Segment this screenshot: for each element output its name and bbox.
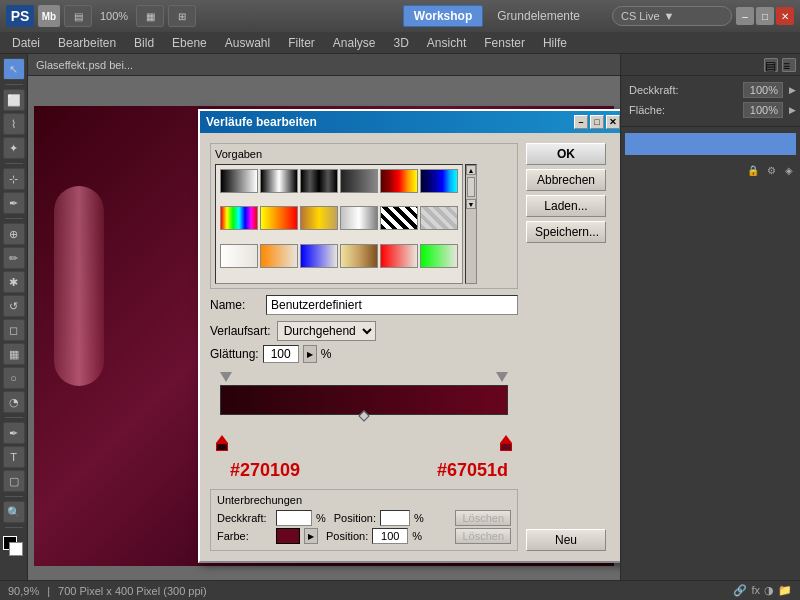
zoom-tool[interactable]: 🔍 bbox=[3, 501, 25, 523]
layer-bar[interactable] bbox=[625, 133, 796, 155]
clone-stamp-tool[interactable]: ✱ bbox=[3, 271, 25, 293]
dialog-minimize-btn[interactable]: – bbox=[574, 115, 588, 129]
deckkraft-loeschen-btn[interactable]: Löschen bbox=[455, 510, 511, 526]
text-tool[interactable]: T bbox=[3, 446, 25, 468]
gradient-bar[interactable] bbox=[220, 385, 508, 415]
preset-blue-trans[interactable] bbox=[300, 244, 338, 268]
statusbar-mask-icon[interactable]: ◑ bbox=[764, 584, 774, 597]
scroll-thumb[interactable] bbox=[467, 177, 475, 197]
cs-live-btn[interactable]: CS Live ▼ bbox=[612, 6, 732, 26]
preset-rainbow[interactable] bbox=[220, 206, 258, 230]
brush-tool[interactable]: ✏ bbox=[3, 247, 25, 269]
window-minimize-btn[interactable]: – bbox=[736, 7, 754, 25]
preset-white-trans[interactable] bbox=[220, 244, 258, 268]
menu-fenster[interactable]: Fenster bbox=[476, 34, 533, 52]
farbe-arrow-btn[interactable]: ▶ bbox=[304, 528, 318, 544]
window-close-btn[interactable]: ✕ bbox=[776, 7, 794, 25]
window-maximize-btn[interactable]: □ bbox=[756, 7, 774, 25]
menu-3d[interactable]: 3D bbox=[386, 34, 417, 52]
menu-filter[interactable]: Filter bbox=[280, 34, 323, 52]
menu-auswahl[interactable]: Auswahl bbox=[217, 34, 278, 52]
healing-brush-tool[interactable]: ⊕ bbox=[3, 223, 25, 245]
preset-dark-stripes[interactable] bbox=[300, 169, 338, 193]
gradient-midpoint[interactable] bbox=[358, 410, 369, 421]
gradient-tool[interactable]: ▦ bbox=[3, 343, 25, 365]
statusbar-fx-icon[interactable]: fx bbox=[751, 584, 760, 597]
menu-analyse[interactable]: Analyse bbox=[325, 34, 384, 52]
ps-mb-button[interactable]: Mb bbox=[38, 5, 60, 27]
shape-tool[interactable]: ▢ bbox=[3, 470, 25, 492]
blur-tool[interactable]: ○ bbox=[3, 367, 25, 389]
menu-ebene[interactable]: Ebene bbox=[164, 34, 215, 52]
pen-tool[interactable]: ✒ bbox=[3, 422, 25, 444]
preset-red-trans[interactable] bbox=[380, 244, 418, 268]
opacity-stop-right[interactable] bbox=[496, 372, 508, 382]
color-swatch-area[interactable] bbox=[3, 536, 25, 562]
workspace-grundelemente-btn[interactable]: Grundelemente bbox=[487, 6, 590, 26]
crop-tool[interactable]: ⊹ bbox=[3, 168, 25, 190]
lasso-tool[interactable]: ⌇ bbox=[3, 113, 25, 135]
verlaufsart-select[interactable]: Durchgehend Rauschen bbox=[277, 321, 376, 341]
preset-blue[interactable] bbox=[420, 169, 458, 193]
magic-wand-tool[interactable]: ✦ bbox=[3, 137, 25, 159]
panel-icon-1[interactable]: ▤ bbox=[764, 58, 778, 72]
menu-ansicht[interactable]: Ansicht bbox=[419, 34, 474, 52]
adjust-icon[interactable]: ◈ bbox=[782, 163, 796, 177]
deckkraft-input[interactable] bbox=[276, 510, 312, 526]
opacity-value[interactable]: 100% bbox=[743, 82, 783, 98]
file-icon-btn[interactable]: ▤ bbox=[64, 5, 92, 27]
eraser-tool[interactable]: ◻ bbox=[3, 319, 25, 341]
glattung-stepper[interactable]: ▶ bbox=[303, 345, 317, 363]
color-stop-left[interactable] bbox=[216, 435, 228, 451]
view-options-btn[interactable]: ▦ bbox=[136, 5, 164, 27]
preset-green-trans[interactable] bbox=[420, 244, 458, 268]
menu-datei[interactable]: Datei bbox=[4, 34, 48, 52]
fill-value[interactable]: 100% bbox=[743, 102, 783, 118]
panel-icon-2[interactable]: ≡ bbox=[782, 58, 796, 72]
preset-bw-reflect[interactable] bbox=[260, 169, 298, 193]
history-brush-tool[interactable]: ↺ bbox=[3, 295, 25, 317]
scroll-up-arrow[interactable]: ▲ bbox=[466, 165, 476, 175]
menu-bild[interactable]: Bild bbox=[126, 34, 162, 52]
color-stop-right[interactable] bbox=[500, 435, 512, 451]
deckkraft-position-input[interactable] bbox=[380, 510, 410, 526]
background-color[interactable] bbox=[9, 542, 23, 556]
abbrechen-button[interactable]: Abbrechen bbox=[526, 169, 606, 191]
preset-fire[interactable] bbox=[380, 169, 418, 193]
preset-orange-trans[interactable] bbox=[260, 244, 298, 268]
preset-copper[interactable] bbox=[300, 206, 338, 230]
menu-hilfe[interactable]: Hilfe bbox=[535, 34, 575, 52]
selection-tool[interactable]: ⬜ bbox=[3, 89, 25, 111]
menu-bearbeiten[interactable]: Bearbeiten bbox=[50, 34, 124, 52]
laden-button[interactable]: Laden... bbox=[526, 195, 606, 217]
opacity-stop-left[interactable] bbox=[220, 372, 232, 382]
preset-transparent[interactable] bbox=[420, 206, 458, 230]
ok-button[interactable]: OK bbox=[526, 143, 606, 165]
scroll-down-arrow[interactable]: ▼ bbox=[466, 199, 476, 209]
preset-yellow-red[interactable] bbox=[260, 206, 298, 230]
name-input[interactable] bbox=[266, 295, 518, 315]
move-tool[interactable]: ↖ bbox=[3, 58, 25, 80]
preset-stripes[interactable] bbox=[380, 206, 418, 230]
farbe-loeschen-btn[interactable]: Löschen bbox=[455, 528, 511, 544]
dodge-tool[interactable]: ◔ bbox=[3, 391, 25, 413]
workspace-workshop-btn[interactable]: Workshop bbox=[403, 5, 483, 27]
statusbar-folder-icon[interactable]: 📁 bbox=[778, 584, 792, 597]
neu-button[interactable]: Neu bbox=[526, 529, 606, 551]
properties-icon[interactable]: ⚙ bbox=[764, 163, 778, 177]
farbe-position-input[interactable] bbox=[372, 528, 408, 544]
eyedropper-tool[interactable]: ✒ bbox=[3, 192, 25, 214]
dialog-titlebar[interactable]: Verläufe bearbeiten – □ ✕ bbox=[200, 111, 620, 133]
preset-black-white[interactable] bbox=[220, 169, 258, 193]
preset-silver[interactable] bbox=[340, 206, 378, 230]
statusbar-link-icon[interactable]: 🔗 bbox=[733, 584, 747, 597]
presets-scrollbar[interactable]: ▲ ▼ bbox=[465, 164, 477, 284]
glattung-input[interactable] bbox=[263, 345, 299, 363]
dialog-close-btn[interactable]: ✕ bbox=[606, 115, 620, 129]
preset-dark-light[interactable] bbox=[340, 169, 378, 193]
farbe-color-swatch[interactable] bbox=[276, 528, 300, 544]
preset-gold[interactable] bbox=[340, 244, 378, 268]
extras-btn[interactable]: ⊞ bbox=[168, 5, 196, 27]
dialog-maximize-btn[interactable]: □ bbox=[590, 115, 604, 129]
speichern-button[interactable]: Speichern... bbox=[526, 221, 606, 243]
